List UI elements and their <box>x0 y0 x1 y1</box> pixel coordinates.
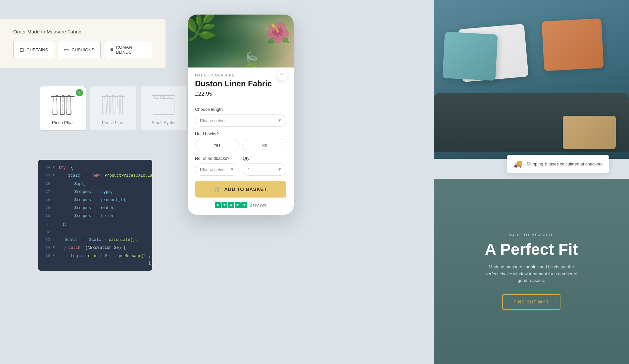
code-line-11: 34 ▼ } catch (\Exception $e) { <box>38 244 152 252</box>
star-rating: ★ ★ ★ ★ ★ <box>215 202 247 208</box>
category-tabs: ⊟ CURTAINS ▭ CUSHIONS ≡ ROMAN BLINDS <box>13 41 152 58</box>
code-line-8: 31 ); <box>38 220 152 228</box>
code-line-10: 33 $data = $calc → calculate(); <box>38 236 152 244</box>
num-holdbacks-label: No. of holdbacks? <box>195 156 239 161</box>
holdbacks-buttons: Yes No <box>195 139 286 151</box>
product-title: Duston Linen Fabric <box>195 79 286 89</box>
svg-point-5 <box>106 95 108 97</box>
pencil-pleat-label: Pencil Pleat <box>102 120 125 125</box>
find-out-button[interactable]: FIND OUT WHY <box>502 294 560 310</box>
holdbacks-section: Hold backs? Yes No <box>195 131 286 151</box>
holdbacks-label: Hold backs? <box>195 131 286 136</box>
code-line-4: 27 $request → type, <box>38 188 152 196</box>
code-line-9: 32 <box>38 228 152 236</box>
code-line-5: 28 $request → product_id, <box>38 196 152 204</box>
pleat-card-small-eyelet[interactable]: Small Eyelet <box>140 86 187 131</box>
holdbacks-yes[interactable]: Yes <box>195 139 239 151</box>
promo-tag: MADE TO MEASURE <box>508 233 554 237</box>
svg-point-1 <box>56 95 58 97</box>
holdbacks-select[interactable]: Please select 1 2 <box>195 163 239 176</box>
promo-section: MADE TO MEASURE A Perfect Fit Made to me… <box>434 179 629 364</box>
length-label: Choose length <box>195 107 286 112</box>
code-line-2: 25 ▼ $calc = new ProductPricesCalculator… <box>38 172 152 180</box>
holdbacks-no[interactable]: No <box>242 139 286 151</box>
shipping-text: Shipping & taxes calculated at checkout <box>526 161 603 166</box>
svg-point-7 <box>119 95 121 97</box>
star-4: ★ <box>235 202 241 208</box>
length-select-wrapper: Please select 1m 2m 3m ▼ <box>195 114 286 127</box>
trustpilot-row: ★ ★ ★ ★ ★ 2 reviews <box>195 202 286 208</box>
product-badge: MADE TO MEASURE <box>195 73 286 77</box>
shipping-icon: 🚚 <box>513 159 522 168</box>
code-line-1: 24 ▼ try { <box>38 164 152 172</box>
promo-description: Made to measure curtains and blinds are … <box>482 264 581 284</box>
code-line-7: 30 $request → height <box>38 212 152 220</box>
product-image: 🌺 🍃 <box>188 15 294 68</box>
small-eyelet-icon <box>150 93 177 116</box>
small-eyelet-label: Small Eyelet <box>152 120 175 125</box>
svg-point-3 <box>68 95 70 97</box>
add-to-basket-label: ADD TO BASKET <box>224 186 267 192</box>
divider <box>195 102 286 102</box>
tab-roman-blinds[interactable]: ≡ ROMAN BLINDS <box>104 41 152 58</box>
code-line-6: 29 $request → width, <box>38 204 152 212</box>
product-modal: 🌺 🍃 ♡ MADE TO MEASURE Duston Linen Fabri… <box>188 15 294 215</box>
svg-point-6 <box>112 95 114 97</box>
product-price: £22.95 <box>195 91 286 97</box>
svg-point-2 <box>62 95 64 97</box>
holdbacks-select-wrapper: Please select 1 2 ▼ <box>195 163 239 176</box>
qty-select-wrapper: 1 2 3 ▼ <box>243 163 286 176</box>
code-line-12: 35 ▼ Log:: error ( $e → getMessage() , [ <box>38 252 152 267</box>
blinds-icon: ≡ <box>110 47 113 53</box>
holdbacks-qty-group: No. of holdbacks? Please select 1 2 ▼ <box>195 156 239 176</box>
pleat-selector: ✓ Pinch Pleat <box>40 86 211 131</box>
length-select[interactable]: Please select 1m 2m 3m <box>195 114 286 127</box>
pinch-pleat-icon <box>50 93 76 116</box>
star-1: ★ <box>215 202 221 208</box>
cushion-teal <box>442 32 498 81</box>
quantity-row: No. of holdbacks? Please select 1 2 ▼ Qt… <box>195 156 286 176</box>
leaf-decoration-3: 🍃 <box>241 52 261 68</box>
sofa-image <box>434 0 629 159</box>
add-to-basket-button[interactable]: 🛒 ADD TO BASKET <box>195 181 286 198</box>
leaf-decoration-2: 🌺 <box>266 21 290 45</box>
curtain-icon: ⊟ <box>20 47 24 53</box>
ottoman <box>563 116 616 149</box>
pleat-card-pinch[interactable]: ✓ Pinch Pleat <box>40 86 86 131</box>
code-line-3: 26 $api, <box>38 180 152 188</box>
qty-label: Qty <box>243 156 286 161</box>
star-2: ★ <box>221 202 227 208</box>
pinch-pleat-label: Pinch Pleat <box>52 120 74 125</box>
tab-cushions[interactable]: ▭ CUSHIONS <box>58 41 101 58</box>
order-section: Order Made to Measure Fabric ⊟ CURTAINS … <box>0 19 166 68</box>
shipping-banner: 🚚 Shipping & taxes calculated at checkou… <box>507 155 609 173</box>
selected-badge: ✓ <box>76 89 83 96</box>
star-3: ★ <box>228 202 234 208</box>
pleat-card-pencil[interactable]: Pencil Pleat <box>90 86 136 131</box>
promo-title: A Perfect Fit <box>485 241 578 258</box>
cushion-orange <box>542 18 604 71</box>
qty-group: Qty 1 2 3 ▼ <box>243 156 286 176</box>
star-5: ★ <box>241 202 247 208</box>
qty-select[interactable]: 1 2 3 <box>243 163 286 176</box>
modal-body: MADE TO MEASURE Duston Linen Fabric £22.… <box>188 68 294 215</box>
reviews-count: 2 reviews <box>250 203 267 207</box>
order-title: Order Made to Measure Fabric <box>13 29 152 34</box>
code-block: 24 ▼ try { 25 ▼ $calc = new ProductPrice… <box>38 160 152 271</box>
tab-curtains[interactable]: ⊟ CURTAINS <box>13 41 54 58</box>
wishlist-button[interactable]: ♡ <box>277 70 288 81</box>
basket-icon: 🛒 <box>214 186 221 192</box>
pencil-pleat-icon <box>100 93 126 116</box>
cushion-icon: ▭ <box>64 47 69 53</box>
